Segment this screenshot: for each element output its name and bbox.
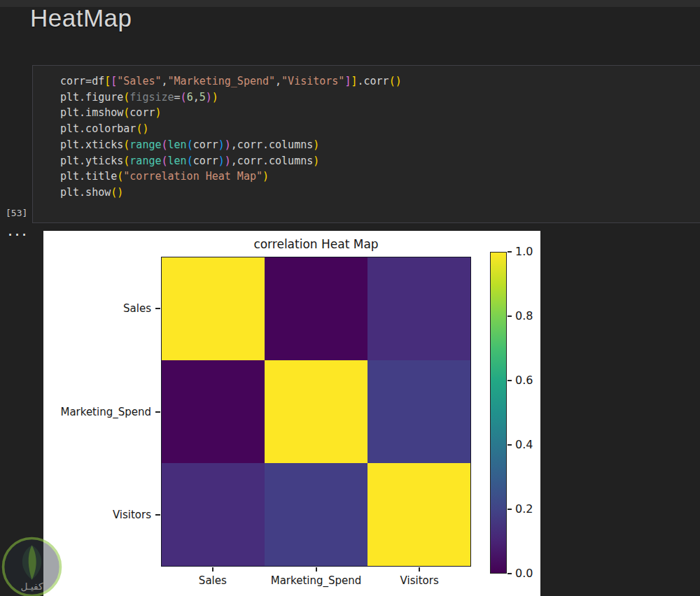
collapsed-output-indicator[interactable]: ... bbox=[7, 226, 28, 239]
watermark-text: كفيـل bbox=[21, 581, 43, 592]
heatmap-cell bbox=[265, 360, 368, 463]
code-line: plt.imshow(corr) bbox=[60, 105, 700, 121]
colorbar-tick-label: 0.6 bbox=[515, 374, 543, 388]
heatmap-cell bbox=[368, 257, 470, 360]
colorbar-tick-mark bbox=[507, 251, 512, 253]
y-tick-label: Visitors bbox=[43, 508, 151, 522]
colorbar bbox=[490, 252, 507, 574]
heatmap-cell bbox=[265, 463, 368, 566]
colorbar-tick-label: 1.0 bbox=[515, 245, 543, 259]
y-tick-label: Marketing_Spend bbox=[43, 405, 151, 419]
code-line: plt.yticks(range(len(corr)),corr.columns… bbox=[60, 153, 700, 169]
leaf-swoosh-icon bbox=[29, 546, 36, 580]
colorbar-tick-mark bbox=[507, 315, 512, 317]
plot-output: correlation Heat Map SalesMarketing_Spen… bbox=[43, 231, 540, 596]
execution-count: [53] bbox=[6, 208, 27, 218]
notebook-code-cell[interactable]: corr=df[["Sales","Marketing_Spend","Visi… bbox=[32, 65, 700, 223]
code-line: plt.figure(figsize=(6,5)) bbox=[60, 90, 700, 106]
colorbar-tick-label: 0.2 bbox=[515, 502, 543, 516]
heatmap-cell bbox=[265, 257, 368, 360]
colorbar-tick-mark bbox=[507, 509, 512, 510]
x-tick-mark bbox=[316, 567, 317, 572]
y-tick-mark bbox=[155, 308, 160, 309]
colorbar-tick-mark bbox=[507, 380, 512, 381]
x-tick-label: Visitors bbox=[356, 574, 482, 588]
y-tick-label: Sales bbox=[43, 301, 151, 315]
x-tick-mark bbox=[419, 567, 420, 572]
heatmap-grid bbox=[161, 257, 471, 567]
code-line: corr=df[["Sales","Marketing_Spend","Visi… bbox=[60, 73, 700, 90]
code-line: plt.show() bbox=[60, 185, 700, 201]
page-title: HeatMap bbox=[30, 4, 132, 32]
heatmap-cell bbox=[162, 360, 265, 463]
colorbar-tick-label: 0.0 bbox=[515, 567, 543, 581]
heatmap-cell bbox=[368, 463, 470, 566]
colorbar-tick-mark bbox=[507, 573, 512, 574]
x-tick-mark bbox=[212, 567, 214, 572]
y-tick-mark bbox=[155, 411, 160, 413]
leaf-icon bbox=[22, 546, 41, 580]
code-line: plt.title("correlation Heat Map") bbox=[60, 169, 700, 185]
heatmap-cell bbox=[162, 257, 265, 360]
code-line: plt.colorbar() bbox=[60, 121, 700, 137]
y-tick-mark bbox=[155, 514, 160, 516]
heatmap-cell bbox=[368, 360, 470, 463]
colorbar-tick-label: 0.4 bbox=[515, 438, 543, 452]
chart-title: correlation Heat Map bbox=[161, 237, 471, 251]
colorbar-tick-label: 0.8 bbox=[515, 309, 543, 323]
colorbar-tick-mark bbox=[507, 444, 512, 446]
heatmap-cell bbox=[162, 463, 265, 566]
code-line: plt.xticks(range(len(corr)),corr.columns… bbox=[60, 137, 700, 153]
code-lines: corr=df[["Sales","Marketing_Spend","Visi… bbox=[33, 66, 700, 201]
